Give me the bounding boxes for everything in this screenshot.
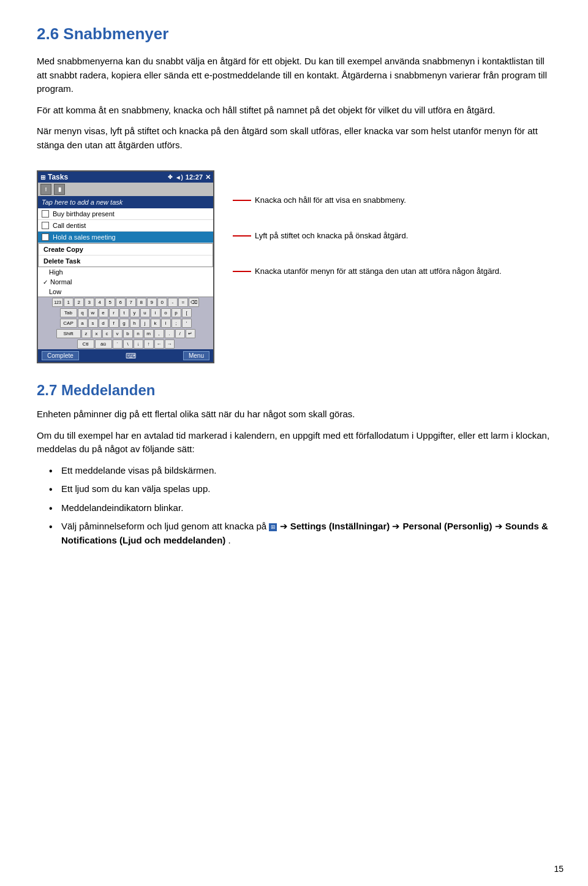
- windows-logo-icon: ⊞: [40, 174, 45, 181]
- task-item-2[interactable]: Call dentist: [38, 220, 213, 232]
- bullet-text-1: Ett meddelande visas på bildskärmen.: [61, 465, 216, 475]
- menu-button[interactable]: Menu: [183, 351, 209, 360]
- kb-key-dash[interactable]: -: [168, 298, 178, 307]
- kb-key-l[interactable]: l: [161, 319, 171, 328]
- kb-key-g[interactable]: g: [119, 319, 129, 328]
- kb-key-y[interactable]: y: [130, 308, 140, 317]
- kb-row-1: 123 1 2 3 4 5 6 7 8 9 0 - = ⌫: [38, 297, 213, 308]
- kb-key-j[interactable]: j: [140, 319, 150, 328]
- section-27-title: 2.7 Meddelanden: [37, 382, 551, 399]
- kb-key-arrow-down[interactable]: ↓: [134, 339, 143, 349]
- arrow-right-1: ➔: [280, 521, 290, 531]
- kb-key-semicolon[interactable]: ;: [172, 319, 181, 328]
- complete-button[interactable]: Complete: [42, 351, 79, 360]
- close-icon[interactable]: ✕: [205, 173, 211, 181]
- kb-key-quote[interactable]: ': [182, 319, 192, 328]
- kb-key-auu[interactable]: áü: [95, 339, 112, 349]
- section-26-title: 2.6 Snabbmenyer: [37, 25, 551, 44]
- kb-key-d[interactable]: d: [99, 319, 108, 328]
- kb-key-3[interactable]: 3: [85, 298, 94, 307]
- section-27: 2.7 Meddelanden Enheten påminner dig på …: [37, 382, 551, 547]
- priority-low[interactable]: Low: [38, 287, 213, 297]
- kb-key-slash[interactable]: /: [175, 329, 185, 338]
- section-26-para1: Med snabbmenyerna kan du snabbt välja en…: [37, 55, 551, 96]
- priority-normal-label: Normal: [50, 278, 72, 286]
- kb-key-1[interactable]: 1: [64, 298, 74, 307]
- kb-key-k[interactable]: k: [151, 319, 160, 328]
- kb-key-4[interactable]: 4: [95, 298, 105, 307]
- kb-key-ctl[interactable]: Ctl: [77, 339, 94, 349]
- kb-key-h[interactable]: h: [130, 319, 140, 328]
- arrow-right-2: ➔: [392, 521, 402, 531]
- bullet-item-2: Ett ljud som du kan välja spelas upp.: [49, 482, 551, 496]
- kb-key-2[interactable]: 2: [74, 298, 84, 307]
- kb-key-backslash[interactable]: \: [123, 339, 133, 349]
- kb-key-e[interactable]: e: [99, 308, 108, 317]
- kb-key-r[interactable]: r: [109, 308, 119, 317]
- kb-key-0[interactable]: 0: [157, 298, 167, 307]
- kb-key-arrow-up[interactable]: ↑: [144, 339, 154, 349]
- kb-key-q[interactable]: q: [78, 308, 88, 317]
- kb-key-f[interactable]: f: [109, 319, 119, 328]
- context-menu: Create Copy Delete Task: [38, 243, 213, 267]
- kb-key-backspace[interactable]: ⌫: [189, 298, 199, 307]
- kb-key-9[interactable]: 9: [147, 298, 157, 307]
- kb-key-s[interactable]: s: [88, 319, 98, 328]
- kb-key-backtick[interactable]: `: [113, 339, 123, 349]
- kb-key-z[interactable]: z: [81, 329, 91, 338]
- kb-key-tab[interactable]: Tab: [60, 308, 77, 317]
- task-checkbox-1[interactable]: [42, 210, 49, 218]
- toolbar-icon-2[interactable]: ▮: [54, 184, 65, 195]
- kb-key-cap[interactable]: CAP: [60, 319, 77, 328]
- annotation-text-3: Knacka utanför menyn för att stänga den …: [255, 266, 502, 277]
- kb-key-o[interactable]: o: [161, 308, 171, 317]
- priority-normal[interactable]: Normal: [38, 277, 213, 287]
- task-item-3-highlighted[interactable]: Hold a sales meeting: [38, 232, 213, 243]
- annotation-dash-3: [233, 271, 251, 272]
- kb-key-8[interactable]: 8: [137, 298, 146, 307]
- keyboard: 123 1 2 3 4 5 6 7 8 9 0 - = ⌫ Tab: [38, 297, 213, 349]
- kb-key-c[interactable]: c: [102, 329, 112, 338]
- titlebar-right: ✤ ◄) 12:27 ✕: [168, 173, 211, 181]
- keyboard-icon[interactable]: ⌨: [126, 352, 136, 360]
- kb-key-period[interactable]: .: [165, 329, 175, 338]
- kb-key-arrow-right[interactable]: →: [165, 339, 175, 349]
- kb-key-6[interactable]: 6: [116, 298, 126, 307]
- context-menu-create-copy[interactable]: Create Copy: [39, 244, 213, 256]
- kb-key-a[interactable]: a: [78, 319, 88, 328]
- kb-key-5[interactable]: 5: [105, 298, 115, 307]
- task-text-1: Buy birthday present: [53, 210, 209, 218]
- kb-key-n[interactable]: n: [134, 329, 143, 338]
- kb-key-p[interactable]: p: [172, 308, 181, 317]
- kb-key-t[interactable]: t: [119, 308, 129, 317]
- annotation-line-3: Knacka utanför menyn för att stänga den …: [233, 266, 551, 277]
- kb-key-v[interactable]: v: [113, 329, 123, 338]
- tap-bar[interactable]: Tap here to add a new task: [38, 196, 213, 208]
- task-item-1[interactable]: Buy birthday present: [38, 208, 213, 220]
- kb-key-w[interactable]: w: [88, 308, 98, 317]
- section-27-para2: Om du till exempel har en avtalad tid ma…: [37, 429, 551, 456]
- kb-key-shift[interactable]: Shift: [56, 329, 81, 338]
- task-checkbox-3[interactable]: [42, 233, 49, 241]
- context-menu-delete-task[interactable]: Delete Task: [39, 256, 213, 267]
- priority-high[interactable]: High: [38, 267, 213, 277]
- task-text-3: Hold a sales meeting: [53, 233, 209, 241]
- kb-key-m[interactable]: m: [144, 329, 154, 338]
- kb-key-7[interactable]: 7: [126, 298, 136, 307]
- kb-key-u[interactable]: u: [140, 308, 150, 317]
- section-26: 2.6 Snabbmenyer Med snabbmenyerna kan du…: [37, 25, 551, 152]
- device-toolbar: ! ▮: [38, 183, 213, 196]
- toolbar-icon-1[interactable]: !: [40, 184, 51, 195]
- task-checkbox-2[interactable]: [42, 222, 49, 229]
- kb-key-enter[interactable]: ↵: [186, 329, 195, 338]
- kb-key-bracket[interactable]: [: [182, 308, 192, 317]
- kb-key-i[interactable]: i: [151, 308, 160, 317]
- kb-key-equals[interactable]: =: [178, 298, 188, 307]
- task-text-2: Call dentist: [53, 222, 209, 229]
- kb-key-b[interactable]: b: [123, 329, 133, 338]
- kb-key-123[interactable]: 123: [52, 298, 63, 307]
- kb-key-arrow-left[interactable]: ←: [154, 339, 164, 349]
- kb-key-comma[interactable]: ,: [154, 329, 164, 338]
- kb-key-x[interactable]: x: [92, 329, 102, 338]
- titlebar-left: ⊞ Tasks: [40, 173, 68, 181]
